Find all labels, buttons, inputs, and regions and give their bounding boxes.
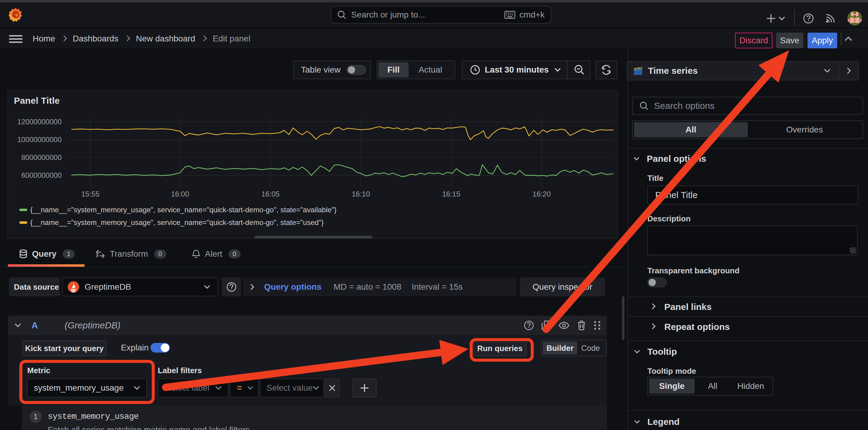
svg-text:{__name__="system_memory_usage: {__name__="system_memory_usage", service… xyxy=(30,206,337,214)
svg-text:16:15: 16:15 xyxy=(442,190,460,198)
svg-text:16:05: 16:05 xyxy=(261,190,280,198)
svg-text:16:20: 16:20 xyxy=(532,190,551,198)
svg-text:8000000000: 8000000000 xyxy=(22,153,62,162)
svg-text:{__name__="system_memory_usage: {__name__="system_memory_usage", service… xyxy=(30,218,324,227)
svg-text:10000000000: 10000000000 xyxy=(17,136,62,144)
svg-text:16:10: 16:10 xyxy=(352,190,370,198)
svg-text:6000000000: 6000000000 xyxy=(22,171,62,179)
svg-text:15:55: 15:55 xyxy=(81,190,99,198)
svg-text:12000000000: 12000000000 xyxy=(17,118,62,126)
svg-text:16:00: 16:00 xyxy=(171,190,189,198)
